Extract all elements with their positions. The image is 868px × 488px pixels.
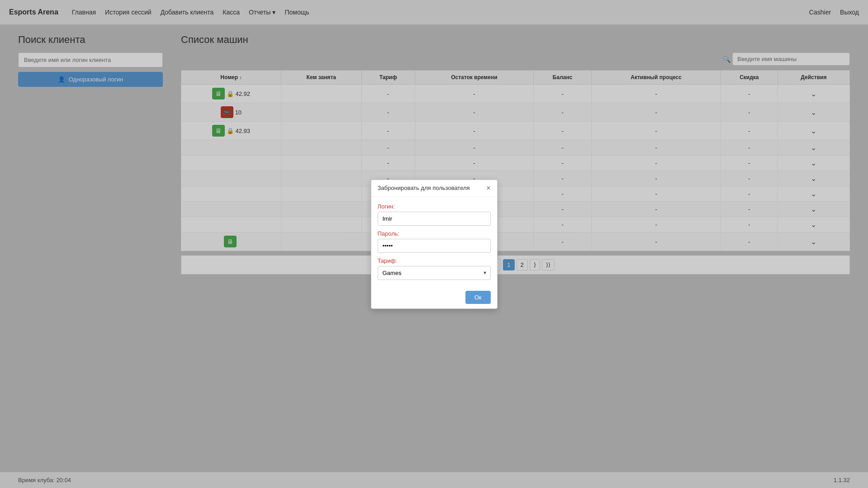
modal-password-input[interactable] (378, 239, 491, 253)
modal-ok-button[interactable]: Ок (465, 291, 491, 304)
modal-footer: Ок (371, 286, 497, 308)
modal-login-input[interactable] (378, 212, 491, 226)
modal-book-user: Забронировать для пользователя × Логин: … (371, 180, 498, 309)
modal-overlay: Забронировать для пользователя × Логин: … (0, 0, 868, 488)
password-label: Пароль: (378, 230, 491, 237)
modal-body: Логин: Пароль: Тариф: GamesStandardVIP ▾ (371, 197, 497, 286)
modal-title: Забронировать для пользователя (378, 185, 470, 191)
tariff-label: Тариф: (378, 257, 491, 264)
modal-header: Забронировать для пользователя × (371, 180, 497, 197)
tariff-select[interactable]: GamesStandardVIP (378, 266, 491, 280)
modal-close-button[interactable]: × (486, 185, 490, 192)
tariff-select-wrap: GamesStandardVIP ▾ (378, 266, 491, 280)
login-label: Логин: (378, 203, 491, 210)
